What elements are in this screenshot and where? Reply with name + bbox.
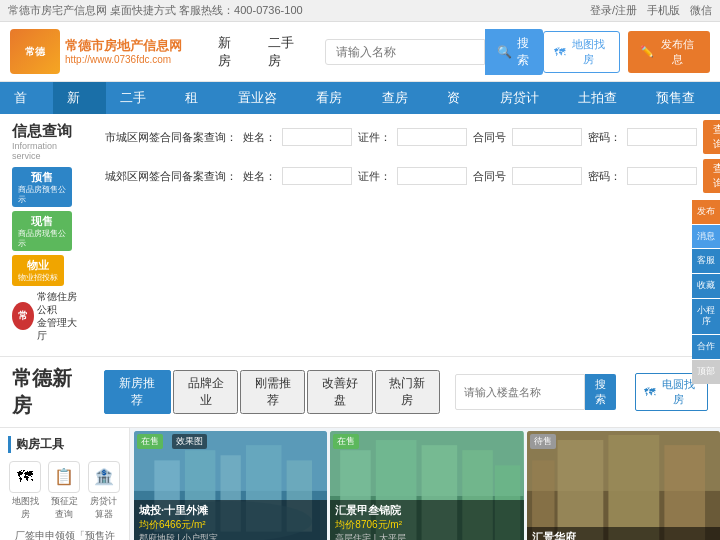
query2-pwd-input[interactable]: [627, 167, 697, 185]
post-icon: ✏️: [640, 45, 654, 58]
tool-map[interactable]: 🗺 地图找房: [8, 461, 42, 521]
tab-recommended[interactable]: 新房推荐: [104, 370, 171, 414]
property-listings: 在售 效果图 城投·十里外滩 均价6466元/m² 郡府地段 | 小户型宝 📍武…: [130, 428, 720, 540]
listings-row-1: 在售 效果图 城投·十里外滩 均价6466元/m² 郡府地段 | 小户型宝 📍武…: [134, 431, 720, 540]
right-float-actions: 发布 消息 客服 收藏 小程序 合作 顶部: [692, 200, 720, 384]
float-totop[interactable]: 顶部: [692, 360, 720, 384]
tools-grid: 🗺 地图找房 📋 预征定查询 🏦 房贷计算器: [8, 461, 121, 521]
query2-contract-label: 合同号: [473, 169, 506, 184]
logo-url: http://www.0736fdc.com: [65, 54, 182, 65]
tool-loan-icon: 🏦: [88, 461, 120, 493]
float-collect[interactable]: 收藏: [692, 274, 720, 298]
query-row-1: 市城区网签合同备案查询： 姓名： 证件： 合同号 密码： 查询: [105, 120, 720, 154]
float-message[interactable]: 消息: [692, 225, 720, 249]
tool-map-label: 地图找房: [8, 495, 42, 521]
tab-brand[interactable]: 品牌企业: [173, 370, 238, 414]
query1-contract-label: 合同号: [473, 130, 506, 145]
map-icon: 🗺: [554, 46, 565, 58]
nav-land[interactable]: 土拍查询: [564, 82, 642, 114]
pill-property[interactable]: 物业 物业招投标: [12, 255, 64, 286]
post-button[interactable]: ✏️ 发布信息: [628, 31, 710, 73]
card2-name: 汇景甲叁锦院: [335, 503, 518, 518]
query1-contract-input[interactable]: [512, 128, 582, 146]
nav-news[interactable]: 资讯: [433, 82, 486, 114]
search-button[interactable]: 🔍 搜索: [485, 29, 543, 75]
query2-cert-input[interactable]: [397, 167, 467, 185]
query2-contract-input[interactable]: [512, 167, 582, 185]
query1-name-input[interactable]: [282, 128, 352, 146]
svg-rect-18: [608, 435, 659, 540]
header-nav-secondhand[interactable]: 二手房: [263, 32, 310, 72]
pill-fund[interactable]: 常 常德住房公积金管理大厅: [12, 290, 83, 342]
tools-title: 购房工具: [8, 436, 121, 453]
nav-presale[interactable]: 预售查询: [642, 82, 720, 114]
new-homes-search-input[interactable]: [455, 374, 585, 410]
card3-name: 汇景华府: [532, 530, 715, 540]
nav-calc[interactable]: 房贷计算: [486, 82, 564, 114]
float-service[interactable]: 客服: [692, 249, 720, 273]
card1-tags: 郡府地段 | 小户型宝: [139, 532, 322, 540]
nav-secondhand[interactable]: 二手房: [106, 82, 171, 114]
tool-loan[interactable]: 🏦 房贷计算器: [87, 461, 121, 521]
nav-rent[interactable]: 租房: [171, 82, 224, 114]
card1-price: 均价6466元/m²: [139, 518, 322, 532]
nav-advice[interactable]: 置业咨询: [224, 82, 302, 114]
header-search-area: 🔍 搜索: [325, 29, 543, 75]
mobile-link[interactable]: 手机版: [647, 3, 680, 18]
query1-pwd-label: 密码：: [588, 130, 621, 145]
wechat-link[interactable]: 微信: [690, 3, 712, 18]
new-homes-search: 搜索: [455, 374, 616, 410]
float-post[interactable]: 发布: [692, 200, 720, 224]
main-content: 购房工具 🗺 地图找房 📋 预征定查询 🏦 房贷计算器 厂签申申领领「预售许可」…: [0, 428, 720, 540]
query2-label: 城郊区网签合同备案查询：: [105, 169, 237, 184]
card3-status-badge: 待售: [530, 434, 556, 449]
property-card-3[interactable]: 待售 汇景华府 品质高层 | 城北中心: [527, 431, 720, 540]
query2-name-input[interactable]: [282, 167, 352, 185]
card2-footer: 汇景甲叁锦院 均价8706元/m² 高层住宅 | 大平层 📍武陵区: [330, 500, 523, 540]
map-button[interactable]: 🗺 地图找房: [543, 31, 620, 73]
tab-upgrade[interactable]: 改善好盘: [307, 370, 372, 414]
tool-pre-cert-label: 预征定查询: [47, 495, 81, 521]
pill-presale[interactable]: 预售 商品房预售公示: [12, 167, 72, 207]
query2-btn[interactable]: 查询: [703, 159, 720, 193]
card2-tags: 高层住宅 | 大平层: [335, 532, 518, 540]
query1-btn[interactable]: 查询: [703, 120, 720, 154]
tab-affordable[interactable]: 刚需推荐: [240, 370, 305, 414]
nav-price[interactable]: 查房价: [368, 82, 433, 114]
top-bar: 常德市房宅产信息网 桌面快捷方式 客服热线：400-0736-100 登录/注册…: [0, 0, 720, 22]
card2-status-badge: 在售: [333, 434, 359, 449]
property-card-1[interactable]: 在售 效果图 城投·十里外滩 均价6466元/m² 郡府地段 | 小户型宝 📍武…: [134, 431, 327, 540]
info-pills: 预售 商品房预售公示 现售 商品房现售公示 物业 物业招投标 常 常德住房公积金…: [12, 161, 83, 348]
login-link[interactable]: 登录/注册: [590, 3, 637, 18]
query1-pwd-input[interactable]: [627, 128, 697, 146]
query2-pwd-label: 密码：: [588, 169, 621, 184]
nav-home[interactable]: 首页: [0, 82, 53, 114]
pill-forsale[interactable]: 现售 商品房现售公示: [12, 211, 72, 251]
new-homes-title: 常德新房: [12, 365, 89, 419]
main-navigation: 首页 新房 二手房 租房 置业咨询 看房团 查房价 资讯 房贷计算 土拍查询 预…: [0, 82, 720, 114]
query1-cert-input[interactable]: [397, 128, 467, 146]
search-icon: 🔍: [497, 45, 512, 59]
tool-map-icon: 🗺: [9, 461, 41, 493]
new-homes-search-button[interactable]: 搜索: [585, 374, 616, 410]
info-title: 信息查询: [12, 122, 83, 141]
header-nav-newhouse[interactable]: 新房: [213, 32, 248, 72]
float-coop[interactable]: 合作: [692, 335, 720, 359]
property-card-2[interactable]: 在售 汇景甲叁锦院 均价8706元/m² 高层住宅 | 大平层 📍武陵区: [330, 431, 523, 540]
card1-status-badge: 在售: [137, 434, 163, 449]
nav-newhouse[interactable]: 新房: [53, 82, 106, 114]
nav-tourgroup[interactable]: 看房团: [302, 82, 367, 114]
card1-view-badge: 效果图: [172, 434, 207, 449]
tab-popular[interactable]: 热门新房: [375, 370, 440, 414]
tool-pre-cert-icon: 📋: [48, 461, 80, 493]
card1-name: 城投·十里外滩: [139, 503, 322, 518]
float-miniapp[interactable]: 小程序: [692, 299, 720, 334]
left-panel: 购房工具 🗺 地图找房 📋 预征定查询 🏦 房贷计算器 厂签申申领领「预售许可」…: [0, 428, 130, 540]
tool-pre-cert[interactable]: 📋 预征定查询: [47, 461, 81, 521]
fund-icon: 常: [12, 302, 34, 330]
new-homes-tabs: 新房推荐 品牌企业 刚需推荐 改善好盘 热门新房: [104, 370, 440, 414]
header: 常德 常德市房地产信息网 http://www.0736fdc.com 新房 二…: [0, 22, 720, 82]
apply-text: 厂签申申领领「预售许可」公示: [8, 529, 121, 540]
query2-cert-label: 证件：: [358, 169, 391, 184]
search-input[interactable]: [325, 39, 485, 65]
